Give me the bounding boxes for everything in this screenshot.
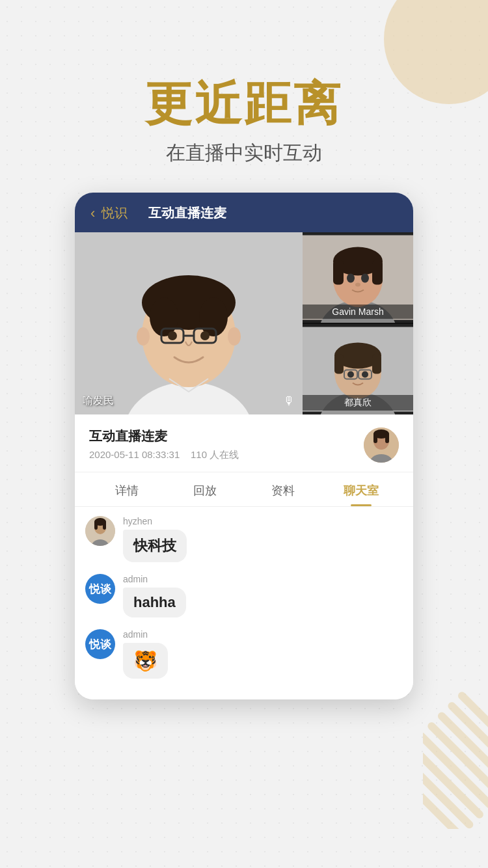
hero-section: 更近距离 在直播中实时互动 xyxy=(0,0,488,167)
svg-rect-41 xyxy=(385,433,389,443)
chat-avatar-3: 悦谈 xyxy=(85,629,115,659)
svg-point-13 xyxy=(200,331,210,340)
side-video-1: Gavin Marsh xyxy=(303,232,413,323)
app-name: 悦识 xyxy=(102,204,128,222)
svg-rect-29 xyxy=(334,355,344,374)
header-title: 互动直播连麦 xyxy=(148,204,226,222)
mic-icon: 🎙 xyxy=(283,394,295,408)
video-side: Gavin Marsh xyxy=(303,232,413,414)
phone-mockup: ‹ 悦识 互动直播连麦 xyxy=(75,193,413,699)
tabs-section: 详情 回放 资料 聊天室 xyxy=(75,472,413,507)
live-meta: 2020-05-11 08:33:31 110 人在线 xyxy=(89,449,239,461)
info-left: 互动直播连麦 2020-05-11 08:33:31 110 人在线 xyxy=(89,427,239,461)
chat-bubble-3: 🐯 xyxy=(123,643,168,679)
chat-section: hyzhen 快科技 悦谈 admin hahha 悦谈 admin 🐯 xyxy=(75,507,413,699)
live-date: 2020-05-11 08:33:31 xyxy=(89,449,180,460)
svg-rect-47 xyxy=(103,521,106,530)
svg-rect-19 xyxy=(333,260,344,285)
tab-chat[interactable]: 聊天室 xyxy=(322,472,400,506)
chat-username-1: hyzhen xyxy=(123,516,187,526)
chat-avatar-1-illustration xyxy=(85,516,115,546)
svg-point-7 xyxy=(137,327,150,346)
hero-subtitle: 在直播中实时互动 xyxy=(0,140,488,167)
side-person-1-name: Gavin Marsh xyxy=(303,305,413,319)
phone-header: ‹ 悦识 互动直播连麦 xyxy=(75,193,413,232)
svg-point-34 xyxy=(347,372,354,378)
chat-bubble-1: 快科技 xyxy=(123,530,187,562)
hero-title: 更近距离 xyxy=(0,78,488,129)
svg-point-23 xyxy=(355,283,360,287)
bg-decoration-bottom xyxy=(423,686,488,829)
svg-point-12 xyxy=(168,331,177,340)
chat-username-3: admin xyxy=(123,629,168,640)
svg-point-8 xyxy=(228,327,241,346)
svg-rect-30 xyxy=(372,355,381,374)
chat-message-1: hyzhen 快科技 xyxy=(85,516,403,562)
chat-content-3: admin 🐯 xyxy=(123,629,168,679)
svg-point-5 xyxy=(150,297,178,336)
side-person-2-name: 都真欣 xyxy=(303,395,413,411)
back-button[interactable]: ‹ xyxy=(90,205,95,222)
live-online: 110 人在线 xyxy=(191,449,239,460)
chat-bubble-2: hahha xyxy=(123,588,186,617)
brand-text-3: 悦谈 xyxy=(89,637,111,652)
tab-replay[interactable]: 回放 xyxy=(166,472,244,506)
svg-point-6 xyxy=(199,297,228,336)
host-avatar xyxy=(364,427,399,463)
live-title: 互动直播连麦 xyxy=(89,427,239,445)
tab-details[interactable]: 详情 xyxy=(88,472,166,506)
video-main: 喻发民 🎙 xyxy=(75,232,303,414)
main-person-illustration xyxy=(75,232,303,414)
svg-point-35 xyxy=(362,372,368,378)
svg-rect-46 xyxy=(94,521,98,530)
chat-message-2: 悦谈 admin hahha xyxy=(85,574,403,617)
chat-content-2: admin hahha xyxy=(123,574,186,617)
host-avatar-illustration xyxy=(364,427,399,463)
chat-content-1: hyzhen 快科技 xyxy=(123,516,187,562)
svg-rect-40 xyxy=(373,433,377,443)
svg-rect-20 xyxy=(372,260,383,285)
info-section: 互动直播连麦 2020-05-11 08:33:31 110 人在线 xyxy=(75,414,413,472)
chat-message-3: 悦谈 admin 🐯 xyxy=(85,629,403,679)
svg-point-21 xyxy=(347,274,355,283)
chat-username-2: admin xyxy=(123,574,186,584)
tab-materials[interactable]: 资料 xyxy=(244,472,322,506)
video-grid: 喻发民 🎙 xyxy=(75,232,413,414)
main-person-name: 喻发民 xyxy=(83,394,114,408)
chat-avatar-1 xyxy=(85,516,115,546)
brand-text-2: 悦谈 xyxy=(89,582,111,597)
chat-avatar-2: 悦谈 xyxy=(85,574,115,604)
side-video-2: 都真欣 xyxy=(303,324,413,414)
svg-point-22 xyxy=(361,274,369,283)
